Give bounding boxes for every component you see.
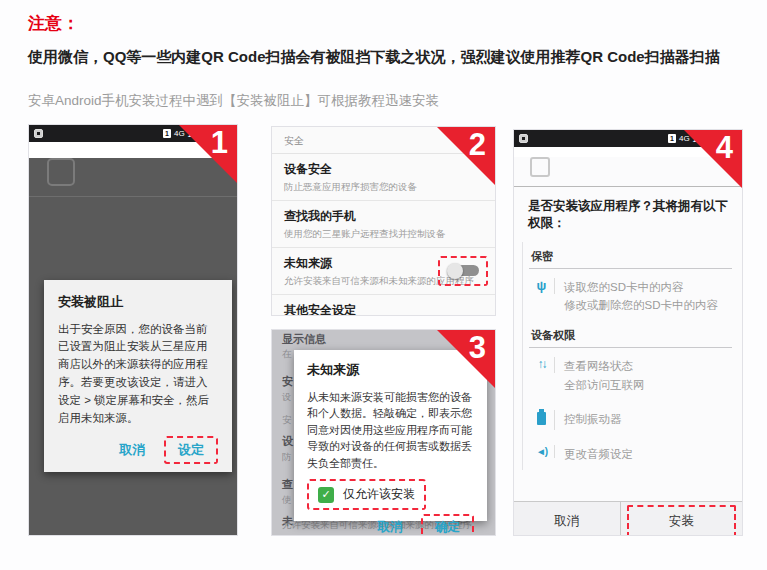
app-icon-placeholder [47, 158, 75, 186]
divider [29, 196, 237, 197]
divider [620, 502, 621, 536]
updown-arrows-icon: ↑↓ [529, 357, 555, 373]
app-icon-placeholder [530, 157, 550, 177]
item-title: 其他安全设定 [284, 302, 483, 316]
step-number: 4 [716, 131, 733, 165]
battery-icon [529, 410, 555, 430]
sd-card-icon [34, 129, 43, 138]
item-title: 查找我的手机 [284, 208, 483, 225]
cancel-button[interactable]: 取消 [370, 515, 411, 536]
bg-char: 安 [282, 414, 292, 427]
step-corner-ribbon [684, 130, 742, 188]
dialog-body: 出于安全原因，您的设备当前已设置为阻止安装从三星应用商店以外的来源获得的应用程序… [58, 321, 218, 428]
bg-char: 防 [282, 451, 292, 464]
dialog-body: 从未知来源安装可能损害您的设备和个人数据。轻敲确定，即表示您同意对因使用这些应用… [307, 389, 474, 472]
cancel-button[interactable]: 取消 [112, 437, 154, 463]
dialog-buttons: 取消 确定 [307, 514, 474, 536]
installer-footer-bar: 取消 安装 [514, 501, 742, 536]
dialog-buttons: 取消 设定 [58, 436, 218, 464]
speaker-icon: ◄) [529, 445, 555, 458]
permission-row-vibrator: 控制振动器 [529, 401, 732, 436]
screenshot-step2: 安全 设备安全 防止恶意应用程序损害您的设备 查找我的手机 使用您的三星账户远程… [271, 126, 496, 316]
warning-text: 使用微信，QQ等一些内建QR Code扫描会有被阻挡下载之状况，强烈建议使用推荐… [28, 43, 740, 72]
bg-char: 安 [282, 374, 293, 389]
permission-section-header: 保密 [529, 242, 732, 268]
step-corner-ribbon [437, 330, 495, 388]
step-number: 1 [211, 126, 228, 160]
bg-char: 设 [282, 391, 292, 404]
step-number: 2 [469, 128, 486, 162]
notice-label: 注意： [28, 12, 739, 35]
cancel-button[interactable]: 取消 [514, 502, 620, 536]
step-corner-ribbon [437, 127, 495, 185]
checkbox-checked-icon[interactable]: ✓ [318, 487, 334, 503]
permission-row-sd: ψ 读取您的SD卡中的内容 修改或删除您的SD卡中的内容 [529, 269, 732, 322]
sim-icon: 1 [668, 134, 676, 143]
permissions-panel: 保密 ψ 读取您的SD卡中的内容 修改或删除您的SD卡中的内容 设备权限 ↑↓ … [522, 242, 732, 471]
step-corner-ribbon [179, 125, 237, 183]
bg-char: 查 [282, 477, 293, 492]
bg-item-title: 显示信息 [282, 332, 326, 347]
bg-item-subtitle: 在 [282, 348, 292, 361]
screenshot-step1: 1 4G ◢ 7 安装被阻止 出于安全原因，您的设备当前已设置为阻止安装从三星应… [28, 124, 238, 536]
permission-line: 全部访问互联网 [564, 376, 645, 395]
settings-item-find-my-phone[interactable]: 查找我的手机 使用您的三星账户远程查找并控制设备 [272, 201, 495, 248]
screenshot-strip: 1 4G ◢ 7 安装被阻止 出于安全原因，您的设备当前已设置为阻止安装从三星应… [0, 124, 767, 536]
checkbox-highlight: ✓ 仅允许该安装 [307, 479, 426, 510]
dialog-title: 安装被阻止 [58, 293, 218, 311]
install-button[interactable]: 安装 [627, 505, 737, 536]
unknown-sources-toggle-highlight [438, 256, 488, 286]
bg-char: 使 [282, 494, 292, 507]
page-header: 注意： 使用微信，QQ等一些内建QR Code扫描会有被阻挡下载之状况，强烈建议… [0, 0, 767, 110]
bg-char: 设 [282, 434, 293, 449]
toggle-thumb [447, 263, 463, 279]
checkbox-label: 仅允许该安装 [343, 486, 415, 503]
screenshot-step4: 1 4G ◢ 7 是否安装该应用程序？其将拥有以下权限： 保密 ψ 读取您的SD… [513, 129, 743, 536]
permission-section-header: 设备权限 [529, 321, 732, 347]
settings-item-unknown-sources[interactable]: 未知来源 允许安装来自可信来源和未知来源的应用程序 [272, 248, 495, 295]
permission-line: 控制振动器 [564, 410, 622, 429]
install-prompt-title: 是否安装该应用程序？其将拥有以下权限： [514, 187, 742, 238]
dimmed-app-background: 安装被阻止 出于安全原因，您的设备当前已设置为阻止安装从三星应用商店以外的来源获… [29, 158, 237, 536]
permission-line: 查看网络状态 [564, 357, 645, 376]
item-subtitle: 使用您的三星账户远程查找并控制设备 [284, 228, 483, 241]
permission-row-audio: ◄) 更改音频设定 [529, 436, 732, 470]
unknown-sources-toggle[interactable] [447, 263, 479, 279]
sim-icon: 1 [163, 129, 171, 138]
permission-line: 读取您的SD卡中的内容 [564, 278, 718, 297]
sd-card-icon [519, 134, 528, 143]
settings-button[interactable]: 设定 [164, 436, 218, 464]
usb-icon: ψ [529, 278, 555, 295]
permission-row-network: ↑↓ 查看网络状态 全部访问互联网 [529, 348, 732, 401]
tutorial-subtitle: 安卓Android手机安装过程中遇到【安装被阻止】可根据教程迅速安装 [28, 92, 739, 110]
step-number: 3 [469, 331, 486, 365]
ok-button[interactable]: 确定 [421, 514, 474, 536]
screenshot-step3: 显示信息 在 安 设 安 设 防 查 使 未 允许安装来自可信来源和未知来源的应… [271, 329, 496, 536]
permission-line: 更改音频设定 [564, 445, 633, 464]
settings-item-other-security[interactable]: 其他安全设定 更改安全更新和证书存储等其他安全设定 [272, 295, 495, 316]
install-blocked-dialog: 安装被阻止 出于安全原因，您的设备当前已设置为阻止安装从三星应用商店以外的来源获… [44, 280, 232, 473]
permission-line: 修改或删除您的SD卡中的内容 [564, 296, 718, 315]
